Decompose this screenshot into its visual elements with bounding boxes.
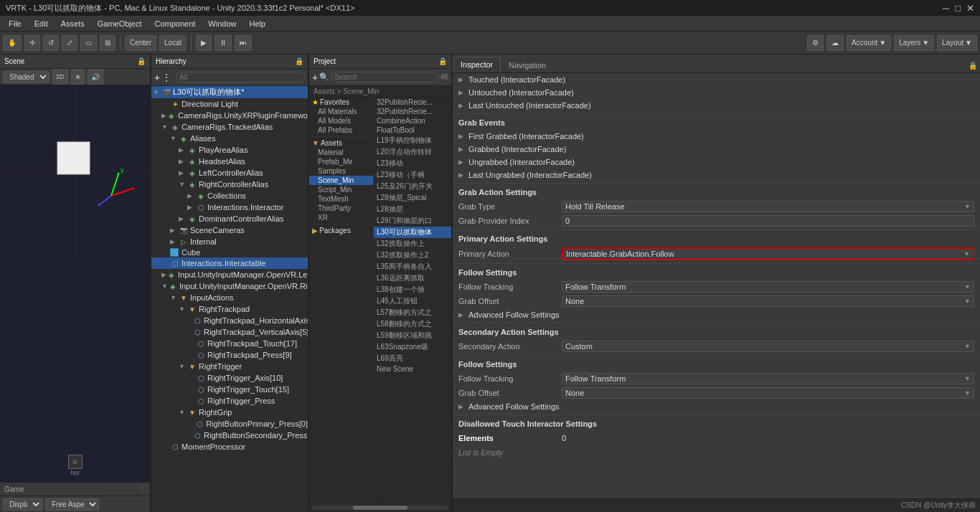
- hierarchy-item-moment[interactable]: ▶ ⬡ MomentProcessor: [151, 441, 308, 452]
- advanced-follow-1[interactable]: ▶ Advanced Follow Settings: [453, 308, 980, 321]
- hierarchy-item-trigger-axis[interactable]: ▶ ⬡ RightTrigger_Axis[10]: [151, 372, 308, 384]
- hierarchy-item-trigger-press[interactable]: ▶ ⬡ RightTrigger_Press: [151, 395, 308, 407]
- project-search[interactable]: [331, 72, 439, 82]
- hierarchy-root[interactable]: ▼ 🎬 L30可以抓取的物体*: [151, 86, 308, 98]
- inspector-lock-icon[interactable]: 🔒: [966, 59, 980, 72]
- layout-dropdown[interactable]: Layout ▼: [937, 35, 977, 51]
- project-scrollbar[interactable]: [309, 502, 451, 512]
- titlebar-controls[interactable]: ─ □ ✕: [943, 3, 974, 14]
- project-packages-folder[interactable]: ▶ Packages: [309, 226, 373, 235]
- hierarchy-item-headset[interactable]: ▶ ◈ HeadsetAlias: [151, 156, 308, 167]
- hand-tool-button[interactable]: ✋: [3, 35, 22, 51]
- play-button[interactable]: ▶: [196, 35, 212, 51]
- hierarchy-item-input-right[interactable]: ▼ ◈ Input.UnityInputManager.OpenVR.Right…: [151, 280, 308, 292]
- hierarchy-item-interactions-interactor[interactable]: ▶ ⬡ Interactions.Interactor: [151, 202, 308, 213]
- hierarchy-lock-icon[interactable]: 🔒: [295, 57, 303, 65]
- secondary-action-dropdown[interactable]: Custom ▼: [562, 341, 974, 352]
- hierarchy-item-playarea[interactable]: ▶ ◈ PlayAreaAlias: [151, 144, 308, 156]
- project-file-l36[interactable]: L36远距离抓取: [374, 272, 451, 284]
- audio-toggle[interactable]: 🔊: [88, 69, 103, 85]
- project-file-l69[interactable]: L69高亮: [374, 353, 451, 364]
- lighting-toggle[interactable]: ☀: [71, 69, 85, 85]
- move-tool-button[interactable]: ✛: [24, 35, 40, 51]
- project-file-l28a[interactable]: L28抽层_Spical: [374, 192, 451, 204]
- last-ungrabbed-event[interactable]: ▶ Last Ungrabbed (InteractorFacade): [453, 169, 980, 181]
- grab-type-dropdown[interactable]: Hold Till Release ▼: [562, 201, 974, 212]
- advanced-follow-2[interactable]: ▶ Advanced Follow Settings: [453, 400, 980, 413]
- project-assets-folder[interactable]: ▼ Assets: [309, 138, 373, 148]
- hierarchy-item-collections[interactable]: ▶ ◈ Collections: [151, 190, 308, 202]
- center-button[interactable]: Center: [125, 35, 156, 51]
- hierarchy-search[interactable]: [176, 72, 305, 82]
- secondary-action-value[interactable]: Custom ▼: [562, 341, 974, 352]
- hierarchy-item-interactions-interactable[interactable]: ▶ ⬡ Interactions.Interactable: [151, 257, 308, 269]
- project-xr-folder[interactable]: XR: [309, 213, 373, 222]
- project-add-button[interactable]: +: [312, 72, 318, 83]
- account-dropdown[interactable]: Account ▼: [847, 35, 891, 51]
- grab-type-value[interactable]: Hold Till Release ▼: [562, 201, 974, 212]
- step-button[interactable]: ⏭: [235, 35, 252, 51]
- grab-provider-value[interactable]: [562, 215, 974, 227]
- hierarchy-item-dominant[interactable]: ▶ ◈ DominantControllerAlias: [151, 213, 308, 224]
- first-grabbed-event[interactable]: ▶ First Grabbed (InteractorFacade): [453, 130, 980, 143]
- rect-tool-button[interactable]: ▭: [80, 35, 97, 51]
- local-button[interactable]: Local: [159, 35, 187, 51]
- project-file-l29[interactable]: L29门和抽层的口: [374, 215, 451, 227]
- game-dots-icon[interactable]: ⋮: [138, 485, 146, 493]
- project-file-newscene[interactable]: New Scene: [374, 364, 451, 374]
- tab-navigation[interactable]: Navigation: [501, 57, 554, 72]
- project-file-l38[interactable]: L38创建一个操: [374, 284, 451, 295]
- hierarchy-item-trackpad-h[interactable]: ▶ ⬡ RightTrackpad_HorizontalAxis[4]: [151, 315, 308, 326]
- primary-action-value[interactable]: Interactable.GrabAction.Follow ▼: [562, 247, 974, 260]
- layers-dropdown[interactable]: Layers ▼: [894, 35, 934, 51]
- shading-dropdown[interactable]: Shaded: [3, 71, 50, 83]
- project-thirdparty-folder[interactable]: ThirdParty: [309, 204, 373, 213]
- project-material-folder[interactable]: Material: [309, 148, 373, 157]
- scene-tab[interactable]: Scene: [4, 57, 24, 65]
- minimize-button[interactable]: ─: [943, 3, 949, 14]
- pause-button[interactable]: ⏸: [215, 35, 232, 51]
- project-prefab-folder[interactable]: Prefab_Mir: [309, 157, 373, 166]
- project-fav-prefabs[interactable]: All Prefabs: [309, 125, 373, 135]
- hierarchy-item-camerarigs-tracked[interactable]: ▼ ◈ CameraRigs.TrackedAlias: [151, 121, 308, 133]
- touched-event[interactable]: ▶ Touched (InteractorFacade): [453, 73, 980, 86]
- hierarchy-item-rightcontroller[interactable]: ▼ ◈ RightControllerAlias: [151, 179, 308, 190]
- display-dropdown[interactable]: Display 1: [3, 498, 42, 511]
- project-file-l63[interactable]: L63Snapzone吸: [374, 341, 451, 353]
- menu-window[interactable]: Window: [202, 18, 242, 29]
- menu-edit[interactable]: Edit: [29, 18, 54, 29]
- project-file-float[interactable]: FloatToBool: [374, 125, 451, 135]
- hierarchy-item-directional-light[interactable]: ▶ ☀ Directional Light: [151, 98, 308, 110]
- hierarchy-item-trackpad-v[interactable]: ▶ ⬡ RightTrackpad_VerticalAxis[5]: [151, 326, 308, 338]
- hierarchy-item-primary-press[interactable]: ▶ ⬡ RightButtonPrimary_Press[0]: [151, 418, 308, 430]
- project-fav-models[interactable]: All Models: [309, 116, 373, 125]
- project-file-l25[interactable]: L25及26门的开关: [374, 181, 451, 192]
- game-tab[interactable]: Game: [4, 485, 24, 493]
- hierarchy-item-aliases[interactable]: ▼ ◈ Aliases: [151, 133, 308, 144]
- close-button[interactable]: ✕: [966, 3, 974, 14]
- hierarchy-add-button[interactable]: +: [154, 72, 160, 83]
- scale-tool-button[interactable]: ⤢: [62, 35, 77, 51]
- project-file-l30[interactable]: L30可以抓取物体: [374, 227, 451, 238]
- project-file-l32a[interactable]: L32抓取操作上: [374, 238, 451, 250]
- project-file-l23b[interactable]: L23移动（手柄: [374, 169, 451, 181]
- hierarchy-item-trackpad-p[interactable]: ▶ ⬡ RightTrackpad_Press[9]: [151, 349, 308, 361]
- maximize-button[interactable]: □: [955, 3, 961, 14]
- hierarchy-item-camerarigs-unitxr[interactable]: ▶ ◈ CameraRigs.UnityXRPluginFramework: [151, 110, 308, 121]
- grab-provider-input[interactable]: [562, 215, 974, 227]
- project-textmesh-folder[interactable]: TextMesh: [309, 194, 373, 204]
- project-script-folder[interactable]: Script_Min: [309, 185, 373, 194]
- project-file-l20[interactable]: L20浮点动作转转: [374, 146, 451, 158]
- project-file-publish1[interactable]: 32PublishRecie...: [374, 98, 451, 107]
- project-file-l28b[interactable]: L28抽层: [374, 204, 451, 215]
- project-file-l32b[interactable]: L32抓取操作上2: [374, 250, 451, 261]
- follow-tracking-2-dropdown[interactable]: Follow Transform ▼: [562, 373, 974, 384]
- menu-assets[interactable]: Assets: [55, 18, 90, 29]
- last-untouched-event[interactable]: ▶ Last Untouched (InteractorFacade): [453, 99, 980, 112]
- aspect-dropdown[interactable]: Free Aspect: [45, 498, 99, 511]
- project-file-l19[interactable]: L19手柄控制物体: [374, 135, 451, 146]
- hierarchy-item-righttrigger[interactable]: ▼ ▼ RightTrigger: [151, 361, 308, 372]
- scene-lock-icon[interactable]: 🔒: [137, 57, 146, 65]
- project-file-publish2[interactable]: 32PublishRecie...: [374, 107, 451, 116]
- project-samples-folder[interactable]: Samples: [309, 166, 373, 176]
